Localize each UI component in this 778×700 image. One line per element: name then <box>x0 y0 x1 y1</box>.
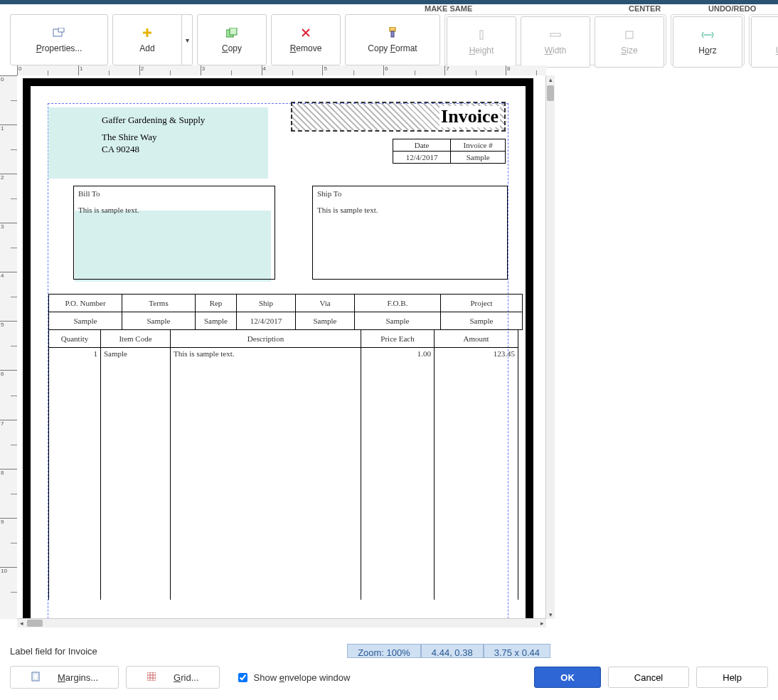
vertical-scrollbar[interactable]: ▴ ▾ <box>545 75 555 619</box>
company-name: Gaffer Gardening & Supply <box>102 115 205 126</box>
scroll-down-icon[interactable]: ▾ <box>546 610 555 619</box>
copy-format-button[interactable]: Copy Format <box>345 14 440 65</box>
meta-value: Sample <box>49 312 122 330</box>
ruler-vertical: 012345678910 <box>0 75 18 619</box>
remove-label: Remove <box>290 43 322 53</box>
margins-button[interactable]: Margins... <box>10 666 119 689</box>
properties-button[interactable]: Properties... <box>10 14 108 65</box>
meta-table[interactable]: P.O. NumberTermsRepShipViaF.O.B.ProjectS… <box>48 294 523 330</box>
meta-value: 12/4/2017 <box>237 312 296 330</box>
add-icon <box>142 26 152 39</box>
ship-to-box[interactable]: Ship To This is sample text. <box>312 186 508 280</box>
item-cell: This is sample text. <box>171 348 361 600</box>
size-icon <box>624 28 634 41</box>
scroll-left-icon[interactable]: ◂ <box>17 619 26 627</box>
company-addr2: CA 90248 <box>102 144 205 155</box>
meta-value: Sample <box>355 312 441 330</box>
company-address-block[interactable]: Gaffer Gardening & Supply The Shire Way … <box>102 115 205 155</box>
svg-rect-3 <box>230 28 237 35</box>
center-horz-icon <box>701 28 714 41</box>
item-header: Quantity <box>49 330 101 348</box>
item-header: Description <box>171 330 361 348</box>
meta-header: Terms <box>122 295 196 312</box>
show-envelope-label: Show envelope window <box>254 672 351 683</box>
cancel-button[interactable]: Cancel <box>608 667 689 688</box>
item-cell: 1.00 <box>361 348 435 600</box>
height-button: Height <box>447 16 516 68</box>
svg-rect-1 <box>58 28 64 32</box>
ship-to-content: This is sample text. <box>317 205 503 214</box>
item-header: Price Each <box>361 330 435 348</box>
dimension-indicator: 3.75 x 0.44 <box>484 644 550 658</box>
meta-header: P.O. Number <box>49 295 122 312</box>
svg-rect-6 <box>480 31 483 39</box>
copy-button[interactable]: Copy <box>197 14 267 65</box>
horizontal-scrollbar[interactable]: ◂ ▸ <box>17 618 546 627</box>
bill-to-label: Bill To <box>78 189 100 198</box>
meta-header: Via <box>296 295 355 312</box>
size-label: Size <box>621 46 637 55</box>
ship-to-label: Ship To <box>317 189 341 198</box>
grid-button[interactable]: Grid... <box>126 666 219 689</box>
ruler-horizontal: 012345678 <box>17 65 546 76</box>
width-button: Width <box>521 16 590 68</box>
group-label-center: CENTER <box>629 4 708 13</box>
scroll-right-icon[interactable]: ▸ <box>538 619 546 627</box>
position-indicator: 4.44, 0.38 <box>421 644 484 658</box>
date-invoicenum-table[interactable]: DateInvoice # 12/4/2017Sample <box>393 139 506 164</box>
add-dropdown[interactable]: ▾ <box>182 14 193 65</box>
margins-icon <box>31 672 41 684</box>
zoom-indicator[interactable]: Zoom: 100% <box>347 644 421 658</box>
design-canvas[interactable]: Gaffer Gardening & Supply The Shire Way … <box>17 75 546 619</box>
item-cell: 123.45 <box>435 348 518 600</box>
item-cell: Sample <box>101 348 171 600</box>
selection-name: Label field for Invoice <box>10 646 347 657</box>
copy-label: Copy <box>222 43 242 53</box>
help-button[interactable]: Help <box>696 667 768 688</box>
svg-rect-5 <box>391 31 394 37</box>
meta-header: Rep <box>196 295 237 312</box>
height-icon <box>477 28 486 41</box>
company-addr1: The Shire Way <box>102 132 205 143</box>
horz-button[interactable]: Horz <box>673 16 742 68</box>
properties-icon <box>53 26 65 39</box>
items-table[interactable]: QuantityItem CodeDescriptionPrice EachAm… <box>48 329 518 600</box>
item-cell: 1 <box>49 348 101 600</box>
add-label: Add <box>139 43 154 53</box>
meta-header: Ship <box>237 295 296 312</box>
properties-label: Properties... <box>36 43 82 53</box>
scroll-up-icon[interactable]: ▴ <box>546 75 555 84</box>
show-envelope-checkbox[interactable]: Show envelope window <box>235 671 351 684</box>
show-envelope-input[interactable] <box>238 673 247 682</box>
invoice-title-field[interactable]: Invoice <box>291 102 506 132</box>
remove-icon <box>301 26 311 39</box>
value-date: 12/4/2017 <box>393 152 451 164</box>
margins-label: Margins... <box>58 672 98 683</box>
meta-value: Sample <box>296 312 355 330</box>
copy-icon <box>226 26 238 39</box>
meta-header: Project <box>441 295 523 312</box>
bill-to-box[interactable]: Bill To This is sample text. <box>73 186 275 280</box>
remove-button[interactable]: Remove <box>271 14 341 65</box>
grid-label: Grid... <box>174 672 198 683</box>
vscroll-thumb[interactable] <box>547 85 554 101</box>
svg-rect-4 <box>390 27 395 31</box>
undo-label: Undo <box>776 46 778 55</box>
item-header: Item Code <box>101 330 171 348</box>
bill-to-content: This is sample text. <box>78 205 270 214</box>
meta-value: Sample <box>441 312 523 330</box>
ok-button[interactable]: OK <box>534 667 601 688</box>
add-button[interactable]: Add <box>112 14 182 65</box>
status-bar: Label field for Invoice Zoom: 100% 4.44,… <box>10 642 550 660</box>
grid-icon <box>146 672 156 683</box>
group-label-makesame: MAKE SAME <box>425 4 629 13</box>
group-label-undoredo: UNDO/REDO <box>708 4 756 13</box>
paper[interactable]: Gaffer Gardening & Supply The Shire Way … <box>23 78 533 619</box>
center-group: Horz <box>671 14 745 65</box>
height-label: Height <box>469 46 494 55</box>
hscroll-thumb[interactable] <box>27 620 43 627</box>
undoredo-group: Undo <box>749 14 778 65</box>
item-header: Amount <box>435 330 518 348</box>
svg-rect-7 <box>550 33 560 36</box>
label-invoice-num: Invoice # <box>451 139 506 152</box>
